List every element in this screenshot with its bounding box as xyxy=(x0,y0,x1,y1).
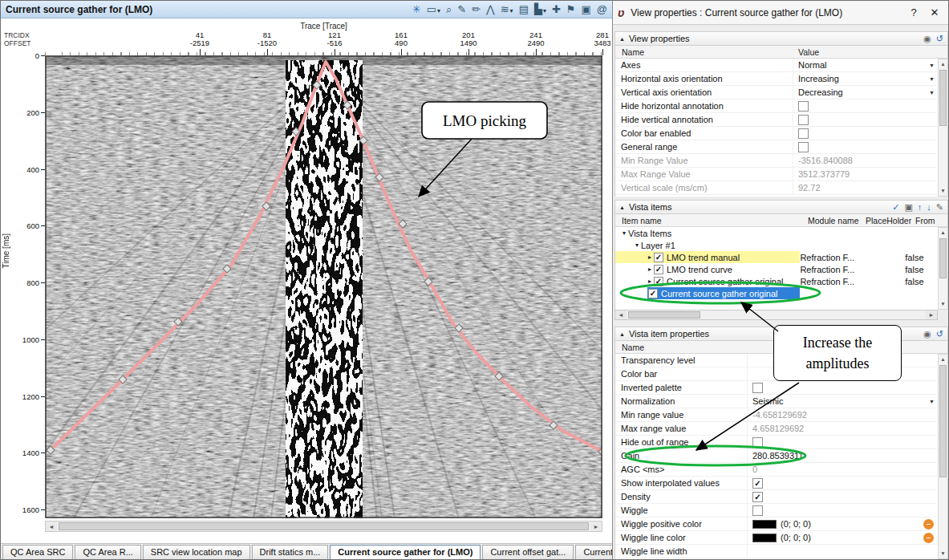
property-row[interactable]: Max Range Value 3512.373779 xyxy=(615,168,937,181)
property-row[interactable]: Horizontal axis orientation Increasing xyxy=(615,72,937,86)
link-icon[interactable]: ◉ xyxy=(923,34,931,43)
scrollbar-thumb[interactable] xyxy=(628,311,700,319)
apply-icon[interactable]: ✓ xyxy=(892,203,899,212)
property-row[interactable]: Inverted palette xyxy=(615,381,937,395)
property-row[interactable]: Wiggle line color (0; 0; 0) xyxy=(615,531,937,545)
scroll-up-icon[interactable] xyxy=(939,59,947,69)
reset-icon[interactable]: ↺ xyxy=(936,330,943,339)
tab-current-source-gather-lmo[interactable]: Current source gather for (LMO) xyxy=(330,545,481,560)
seismic-plot[interactable]: LMO picking xyxy=(45,55,602,518)
tab-src-view-location-map[interactable]: SRC view location map xyxy=(143,545,250,560)
image-icon[interactable]: ▣ xyxy=(582,4,591,14)
property-row[interactable]: AGC <ms> 0 xyxy=(615,463,937,477)
property-row[interactable]: General range xyxy=(615,140,937,154)
tree-row-lmo-trend-curve[interactable]: LMO trend curve Refraction F... false xyxy=(615,263,937,275)
scroll-up-icon[interactable] xyxy=(939,228,947,237)
vista-item-properties-scrollbar[interactable] xyxy=(938,354,948,559)
expander-icon[interactable] xyxy=(646,254,654,261)
property-row[interactable]: Hide horizontal annotation xyxy=(615,99,937,113)
vista-items-horizontal-scrollbar[interactable] xyxy=(614,310,938,320)
property-row[interactable]: Max range value 4.658129692 xyxy=(615,422,937,436)
scroll-right-icon[interactable] xyxy=(926,310,937,319)
reset-icon[interactable]: ↺ xyxy=(936,34,943,43)
expander-icon[interactable] xyxy=(633,241,641,249)
fence-view-icon[interactable]: ▤ xyxy=(519,4,529,14)
checkbox[interactable] xyxy=(752,478,763,489)
checkbox[interactable] xyxy=(798,142,809,152)
checkbox[interactable] xyxy=(648,289,658,298)
vista-items-scrollbar[interactable] xyxy=(938,227,948,310)
tree-row-lmo-trend-manual[interactable]: LMO trend manual Refraction F... false xyxy=(615,251,937,263)
property-row[interactable]: Vertical axis orientation Decreasing xyxy=(615,86,937,99)
remove-icon[interactable] xyxy=(923,533,934,543)
histogram-icon[interactable]: ▙ xyxy=(534,4,546,14)
property-row[interactable]: Wiggle line width xyxy=(615,545,937,558)
checkbox[interactable] xyxy=(654,253,663,262)
color-swatch[interactable] xyxy=(752,534,777,542)
property-row[interactable]: Vertical scale (ms/cm) 92.72 xyxy=(615,181,937,195)
zoom-icon[interactable]: ⌕ xyxy=(446,4,452,14)
property-row[interactable]: Color bar enabled xyxy=(615,127,937,140)
move-up-icon[interactable]: ↑ xyxy=(918,203,923,212)
property-row[interactable]: Wiggle positive color (0; 0; 0) xyxy=(615,517,937,531)
tab-qc-area-r[interactable]: QC Area R... xyxy=(75,545,140,560)
property-row[interactable]: Show interpolated values xyxy=(615,477,937,490)
scroll-up-icon[interactable] xyxy=(939,355,947,364)
expander-icon[interactable] xyxy=(646,278,654,285)
close-icon[interactable]: ✕ xyxy=(924,6,945,18)
crosshair-icon[interactable]: ✚ xyxy=(552,4,561,14)
scrollbar-thumb[interactable] xyxy=(939,365,947,477)
scroll-down-icon[interactable] xyxy=(939,549,947,558)
checkbox[interactable] xyxy=(752,492,763,502)
select-tool-icon[interactable]: ▭ xyxy=(427,4,440,14)
tab-qc-area-src[interactable]: QC Area SRC xyxy=(2,545,73,560)
pick-tool-icon[interactable]: ✎ xyxy=(457,4,466,14)
seismic-horizontal-scrollbar[interactable] xyxy=(45,521,602,532)
property-row-gain[interactable]: Gain 280.8539311 xyxy=(615,449,937,463)
view-properties-scrollbar[interactable] xyxy=(938,59,948,197)
property-row[interactable]: Wiggle xyxy=(615,504,937,517)
property-row[interactable]: Hide vertical annotation xyxy=(615,113,937,127)
checkbox[interactable] xyxy=(798,128,809,139)
erase-tool-icon[interactable]: ✏ xyxy=(472,4,481,14)
property-row[interactable]: Min Range Value -3516.840088 xyxy=(615,154,937,168)
move-down-icon[interactable]: ↓ xyxy=(927,203,931,212)
checkbox[interactable] xyxy=(654,277,663,286)
checkbox[interactable] xyxy=(798,101,809,112)
scrollbar-thumb[interactable] xyxy=(939,70,947,126)
tree-row-source-gather-original-selected[interactable]: Current source gather original xyxy=(615,287,937,299)
vista-items-section-header[interactable]: ▲ Vista items ✓ ▣ ↑ ↓ ✎ xyxy=(614,200,948,214)
property-row[interactable]: Normalization Seismic xyxy=(615,395,937,408)
scroll-left-icon[interactable] xyxy=(615,310,627,319)
tab-drift-statics[interactable]: Drift statics m... xyxy=(252,545,329,560)
remove-icon[interactable] xyxy=(923,519,934,530)
checkbox[interactable] xyxy=(752,505,763,516)
collapse-icon[interactable]: ▲ xyxy=(619,205,625,210)
tree-row[interactable]: Layer #1 xyxy=(615,239,937,251)
at-icon[interactable]: @ xyxy=(597,4,607,14)
property-row[interactable]: Hide out of range xyxy=(615,436,937,449)
property-row[interactable]: Axes Normal xyxy=(615,59,937,72)
pick-icon[interactable]: ✎ xyxy=(936,203,943,212)
collapse-icon[interactable]: ▲ xyxy=(619,36,625,42)
view-properties-section-header[interactable]: ▲ View properties ◉ ↺ xyxy=(614,31,948,46)
expander-icon[interactable] xyxy=(620,229,628,237)
collapse-icon[interactable]: ▲ xyxy=(619,331,625,337)
copy-icon[interactable]: ▣ xyxy=(904,203,912,212)
fan-tool-icon[interactable]: ⋀ xyxy=(486,4,495,14)
property-row[interactable]: Density xyxy=(615,490,937,504)
wiggle-display-icon[interactable]: ≋ xyxy=(501,4,513,14)
scrollbar-thumb[interactable] xyxy=(939,238,947,278)
tree-row-source-gather-original[interactable]: Current source gather original Refractio… xyxy=(615,275,937,287)
tab-current-offset-gather[interactable]: Current offset gat... xyxy=(482,545,574,560)
expander-icon[interactable] xyxy=(646,266,654,273)
flag-icon[interactable]: ⚑ xyxy=(566,4,576,14)
scroll-right-icon[interactable] xyxy=(590,521,602,531)
link-icon[interactable]: ◉ xyxy=(923,330,931,339)
settings-icon[interactable]: ✳ xyxy=(412,4,421,14)
color-swatch[interactable] xyxy=(752,520,777,529)
help-button[interactable]: ? xyxy=(903,6,924,18)
scroll-down-icon[interactable] xyxy=(939,299,947,309)
tree-row[interactable]: Vista Items xyxy=(615,227,937,239)
property-row[interactable]: Min range value -4.658129692 xyxy=(615,408,937,422)
